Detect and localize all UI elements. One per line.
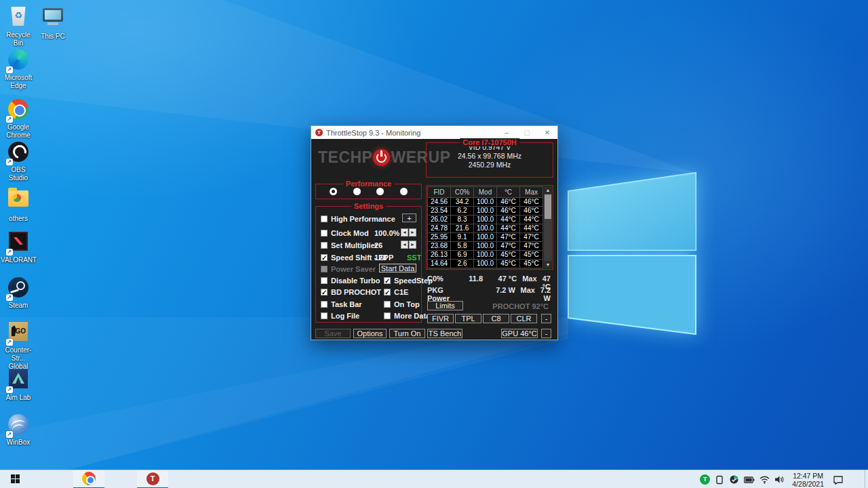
scroll-up-icon[interactable]: ▲ [544, 186, 552, 194]
options-button[interactable]: Options [353, 329, 387, 338]
scrollbar-thumb[interactable] [545, 195, 551, 219]
table-cell: 34.2 [451, 198, 473, 206]
throttlestop-tray-icon[interactable]: T [700, 474, 710, 485]
taskbar-throttlestop-button[interactable]: T [137, 470, 168, 488]
scroll-down-icon[interactable]: ▼ [544, 261, 552, 268]
checkbox-on-top[interactable]: On Top [384, 300, 420, 308]
performance-radio-4[interactable] [400, 188, 408, 195]
checkbox-set-multiplier[interactable]: Set Multiplier [321, 241, 378, 249]
checkbox-icon[interactable] [321, 216, 328, 222]
stat-value: 7.2 W [540, 286, 551, 295]
spin-left-icon[interactable]: ◄ [401, 241, 408, 249]
checkbox-icon[interactable]: ✓ [321, 254, 328, 261]
limits-button[interactable]: Limits [427, 301, 463, 310]
wifi-tray-icon[interactable] [760, 476, 770, 484]
table-cell: 2.6 [451, 260, 473, 268]
valorant-icon [9, 232, 28, 251]
table-cell: 46°C [520, 207, 542, 215]
spin-left-icon[interactable]: ◄ [401, 228, 408, 237]
table-cell: 26.13 [428, 251, 450, 259]
volume-tray-icon[interactable] [774, 475, 785, 484]
desktop-icon-obs-studio[interactable]: ↗ OBS Studio [1, 141, 36, 182]
taskbar: T T [0, 470, 868, 488]
set-multiplier-spinner[interactable]: ◄► [401, 241, 416, 249]
minimize-button[interactable]: – [496, 126, 517, 139]
desktop-icon-microsoft-edge[interactable]: ↗ MicrosoftEdge [1, 49, 36, 90]
clr-button[interactable]: CLR [511, 314, 537, 323]
performance-radio-3[interactable] [376, 188, 384, 195]
table-cell: 45°C [497, 251, 519, 259]
checkbox-label: Set Multiplier [331, 241, 378, 249]
checkbox-icon[interactable]: ✓ [321, 289, 328, 296]
checkbox-speedstep[interactable]: ✓SpeedStep [384, 276, 433, 285]
checkbox-icon[interactable]: ✓ [384, 277, 391, 284]
tpl-button[interactable]: TPL [455, 314, 481, 323]
show-desktop-button[interactable] [865, 470, 868, 488]
checkbox-icon[interactable] [321, 242, 328, 249]
start-button[interactable] [0, 470, 31, 488]
performance-radio-1[interactable] [330, 188, 337, 195]
desktop-icon-steam[interactable]: ↗ Steam [1, 277, 36, 310]
checkbox-label: BD PROCHOT [331, 288, 381, 296]
power-manager-tray-icon[interactable] [729, 474, 739, 485]
desktop-icon-aim-lab[interactable]: ↗ Aim Lab [1, 368, 36, 402]
maximize-button[interactable]: ▢ [517, 126, 537, 139]
save-button[interactable]: Save [315, 329, 351, 338]
performance-radio-2[interactable] [353, 188, 361, 195]
clock-time: 12:47 PM [792, 472, 824, 480]
plus-button[interactable]: + [402, 214, 416, 222]
checkbox-icon[interactable] [384, 312, 391, 319]
gpu-temp-button[interactable]: GPU 46°C [501, 329, 538, 338]
checkbox-log-file[interactable]: Log File [321, 311, 359, 320]
icon-label: Recycle Bin [6, 31, 31, 47]
table-scrollbar[interactable]: ▲ ▼ [544, 186, 552, 268]
checkbox-icon[interactable] [321, 230, 328, 237]
checkbox-bd-prochot[interactable]: ✓BD PROCHOT [321, 287, 381, 296]
checkbox-task-bar[interactable]: Task Bar [321, 300, 362, 308]
checkbox-disable-turbo[interactable]: Disable Turbo [321, 276, 380, 285]
checkbox-icon[interactable] [321, 277, 328, 284]
start-data-button[interactable]: Start Data [379, 264, 416, 272]
checkbox-icon[interactable]: ✓ [384, 289, 391, 296]
spin-right-icon[interactable]: ► [409, 228, 416, 237]
taskbar-chrome-button[interactable] [73, 470, 104, 488]
stat-value [463, 286, 482, 295]
table-cell: 100.0 [474, 224, 496, 232]
turn-on-button[interactable]: Turn On [389, 329, 425, 338]
battery-tray-icon[interactable] [744, 476, 755, 484]
minus-button[interactable]: - [541, 314, 551, 323]
table-cell: 44°C [520, 224, 542, 232]
table-cell: 6.2 [451, 207, 473, 215]
system-tray: T [700, 470, 844, 488]
title-bar[interactable]: T ThrottleStop 9.3 - Monitoring – ▢ ✕ [311, 126, 557, 139]
spin-right-icon[interactable]: ► [409, 241, 416, 249]
close-button[interactable]: ✕ [537, 126, 557, 139]
desktop-icon-valorant[interactable]: ↗ VALORANT [1, 230, 36, 264]
shortcut-arrow-icon: ↗ [6, 294, 13, 301]
checkbox-icon[interactable] [321, 301, 328, 308]
desktop-icon-recycle-bin[interactable]: Recycle Bin [1, 5, 36, 47]
table-cell: 100.0 [474, 242, 496, 250]
phone-link-tray-icon[interactable] [715, 475, 724, 485]
checkbox-icon[interactable] [321, 312, 328, 319]
fivr-button[interactable]: FIVR [427, 314, 454, 323]
taskbar-clock[interactable]: 12:47 PM 4/28/2021 [789, 472, 827, 488]
table-cell: 24.56 [428, 198, 450, 206]
desktop-icon-google-chrome[interactable]: ↗ GoogleChrome [1, 98, 36, 140]
checkbox-c1e[interactable]: ✓C1E [384, 287, 408, 296]
ts-bench-button[interactable]: TS Bench [427, 329, 462, 338]
action-center-icon[interactable] [833, 475, 844, 485]
checkbox-label: Clock Mod [331, 229, 369, 237]
checkbox-icon[interactable] [384, 301, 391, 308]
minus-button-2[interactable]: - [541, 329, 551, 338]
clock-mod-spinner[interactable]: ◄► [401, 228, 416, 237]
checkbox-more-data[interactable]: More Data [384, 311, 430, 320]
desktop-icon-this-pc[interactable]: This PC [35, 5, 71, 41]
desktop-icon-others[interactable]: others [1, 188, 36, 223]
c8-button[interactable]: C8 [483, 314, 509, 323]
column-header: °C [497, 187, 519, 197]
cpu-title: Core i7-10750H [460, 138, 519, 146]
checkbox-clock-mod[interactable]: Clock Mod [321, 228, 369, 237]
checkbox-high-performance[interactable]: High Performance [321, 214, 395, 223]
desktop-icon-winbox[interactable]: ↗ WinBox [1, 413, 36, 447]
